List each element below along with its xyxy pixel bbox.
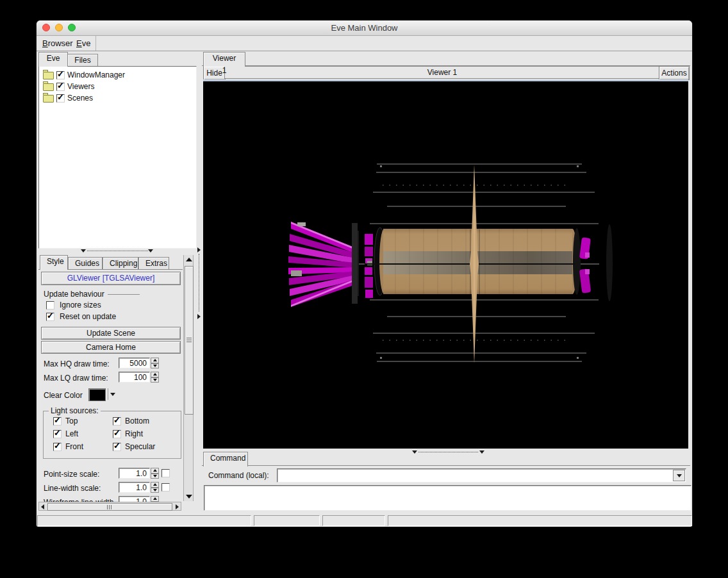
scroll-down-icon[interactable] (186, 495, 192, 499)
color-dropdown-icon[interactable] (110, 393, 115, 396)
ignore-sizes-row[interactable]: Ignore sizes (46, 301, 101, 310)
status-segment (388, 515, 692, 526)
panel-splitter-vertical[interactable] (196, 247, 202, 319)
max-hq-spinner[interactable] (151, 358, 159, 368)
scrollbar-thumb[interactable] (185, 266, 194, 415)
ignore-sizes-checkbox[interactable] (46, 301, 54, 310)
spin-up-icon[interactable] (151, 468, 159, 474)
style-horizontal-scrollbar[interactable] (38, 502, 181, 511)
spin-up-icon[interactable] (151, 496, 159, 502)
camera-home-button[interactable]: Camera Home (41, 341, 181, 354)
clear-color-swatch[interactable] (88, 388, 106, 401)
reset-on-update-label: Reset on update (60, 312, 116, 321)
spin-up-icon[interactable] (151, 358, 159, 363)
tab-files[interactable]: Files (67, 54, 98, 67)
glviewer-button[interactable]: GLViewer [TGLSAViewer] (41, 272, 181, 285)
tree-item-scenes[interactable]: Scenes (39, 92, 196, 104)
light-left-row[interactable]: Left (53, 429, 78, 438)
folder-icon (43, 95, 54, 103)
max-lq-input[interactable]: 100 (119, 372, 150, 383)
clear-color-label: Clear Color (44, 391, 83, 400)
light-top-row[interactable]: Top (53, 417, 78, 425)
line-width-label: Line-width scale: (44, 484, 101, 493)
tree-item-windowmanager[interactable]: WindowManager (39, 69, 196, 81)
max-lq-label: Max LQ draw time: (44, 374, 108, 383)
update-behaviour-label: Update behaviour (44, 290, 104, 299)
spin-up-icon[interactable] (151, 372, 159, 377)
menu-eve[interactable]: Eve (74, 38, 92, 49)
max-lq-spinner[interactable] (151, 372, 159, 383)
folder-icon (43, 72, 54, 79)
light-bottom-checkbox[interactable] (113, 417, 121, 425)
viewers-checkbox[interactable] (56, 83, 65, 91)
scroll-left-icon[interactable] (41, 504, 44, 509)
light-front-row[interactable]: Front (53, 442, 83, 451)
scrollbar-thumb[interactable] (47, 503, 172, 511)
tree-item-viewers[interactable]: Viewers (39, 81, 196, 92)
viewport-top-highlight (203, 79, 688, 81)
line-width-input[interactable]: 1.0 (119, 482, 150, 493)
light-right-row[interactable]: Right (113, 429, 143, 438)
menu-browser[interactable]: Browser (40, 38, 75, 49)
viewer-title-bar[interactable]: Viewer 1 (224, 66, 660, 79)
tab-clipping[interactable]: Clipping (103, 257, 138, 270)
scroll-up-icon[interactable] (186, 258, 192, 261)
detector-3d-render[interactable] (203, 79, 688, 449)
tree-item-label: Viewers (67, 82, 94, 91)
status-segment (254, 515, 320, 526)
light-sources-group: Light sources: Top Bottom Left Right Fro… (43, 411, 181, 459)
line-width-spinner[interactable] (151, 482, 159, 493)
endcap-fan (288, 222, 356, 307)
reset-on-update-checkbox[interactable] (46, 313, 54, 321)
max-hq-input[interactable]: 5000 (119, 358, 150, 368)
support-disc (352, 223, 359, 304)
light-top-checkbox[interactable] (53, 417, 62, 425)
windowmanager-checkbox[interactable] (56, 71, 65, 79)
light-specular-row[interactable]: Specular (113, 442, 155, 451)
light-bottom-row[interactable]: Bottom (113, 417, 149, 425)
viewer-command-splitter[interactable] (203, 449, 688, 455)
light-right-checkbox[interactable] (113, 430, 121, 438)
command-combobox[interactable] (277, 468, 686, 483)
command-input[interactable] (279, 470, 674, 481)
combo-dropdown-button[interactable] (673, 470, 685, 481)
light-left-checkbox[interactable] (53, 430, 62, 438)
wireframe-input[interactable]: 1.0 (119, 496, 150, 502)
light-specular-checkbox[interactable] (113, 443, 121, 451)
line-width-checkbox[interactable] (161, 483, 170, 491)
command-output[interactable] (204, 485, 691, 511)
point-size-spinner[interactable] (151, 468, 159, 479)
left-panel-splitter[interactable] (38, 248, 195, 254)
tab-guides[interactable]: Guides (68, 257, 103, 270)
scroll-right-icon[interactable] (176, 504, 179, 509)
spin-down-icon[interactable] (151, 488, 159, 493)
point-size-label: Point-size scale: (44, 470, 99, 479)
spin-down-icon[interactable] (151, 474, 159, 479)
group-rule (108, 294, 140, 295)
menubar-divider (95, 36, 96, 51)
tab-command[interactable]: Command (203, 452, 248, 467)
wireframe-spinner[interactable] (151, 496, 159, 502)
style-vertical-scrollbar[interactable] (183, 255, 194, 501)
spin-down-icon[interactable] (151, 502, 159, 502)
tab-extras[interactable]: Extras (138, 257, 169, 270)
spin-up-icon[interactable] (151, 482, 159, 488)
tab-viewer-1[interactable]: Viewer 1 (203, 52, 245, 67)
splitter-arrow-icon (197, 314, 201, 319)
gl-viewport[interactable] (203, 79, 688, 449)
actions-button[interactable]: Actions (659, 66, 690, 80)
spin-down-icon[interactable] (151, 363, 159, 369)
tab-eve[interactable]: Eve (38, 52, 68, 67)
scenes-checkbox[interactable] (56, 94, 65, 103)
point-size-input[interactable]: 1.0 (119, 468, 150, 479)
reset-on-update-row[interactable]: Reset on update (46, 312, 116, 321)
titlebar[interactable]: Eve Main Window (37, 21, 692, 36)
update-scene-button[interactable]: Update Scene (41, 327, 181, 340)
light-front-checkbox[interactable] (53, 443, 62, 451)
menubar: Browser Eve (37, 36, 692, 51)
tab-style[interactable]: Style (40, 255, 68, 270)
tree-item-label: Scenes (67, 94, 93, 103)
point-size-checkbox[interactable] (161, 469, 170, 477)
light-front-label: Front (65, 442, 83, 451)
spin-down-icon[interactable] (151, 377, 159, 383)
